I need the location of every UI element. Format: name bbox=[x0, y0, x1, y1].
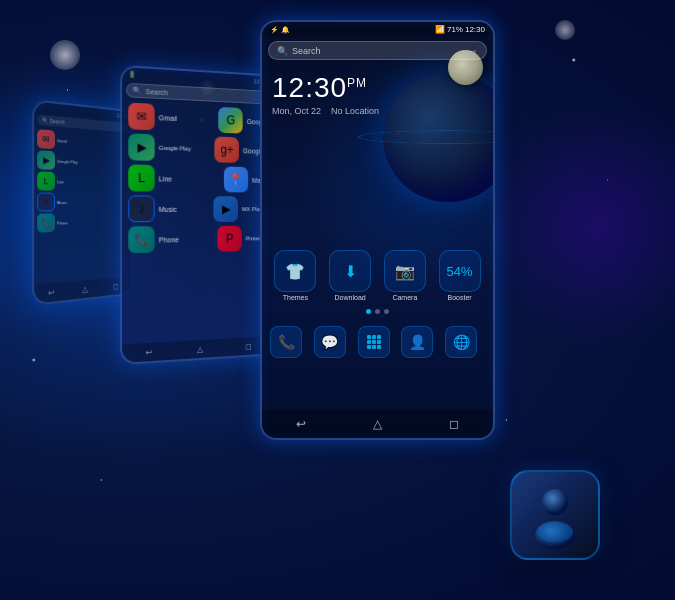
back-icon-mid[interactable]: ↩ bbox=[145, 347, 152, 357]
recent-icon-mid[interactable]: ◻ bbox=[246, 341, 252, 350]
list-item[interactable]: 📞 Phone P Pinterest bbox=[128, 226, 267, 254]
app-label-gplay-left: Google Play bbox=[57, 158, 78, 164]
message-icon: 💬 bbox=[321, 334, 338, 350]
phone-main: ⚡ 🔔 📶 71% 12:30 🔍 Search → 12:30PM bbox=[260, 20, 495, 440]
app-label-phone-mid: Phone bbox=[159, 236, 179, 243]
svg-point-2 bbox=[537, 522, 573, 542]
dot-3 bbox=[384, 309, 389, 314]
phone-main-nav: ↩ △ ◻ bbox=[262, 410, 493, 438]
phone-main-screen: ⚡ 🔔 📶 71% 12:30 🔍 Search → 12:30PM bbox=[262, 22, 493, 438]
dock-apps[interactable] bbox=[358, 326, 390, 358]
app-icon-themes: 👕 bbox=[274, 250, 316, 292]
browser-icon: 🌐 bbox=[453, 334, 470, 350]
app-icon-google-mid: G bbox=[219, 107, 243, 134]
search-icon-mid: 🔍 bbox=[132, 86, 141, 95]
phone-icon: 📞 bbox=[278, 334, 295, 350]
search-icon-main: 🔍 bbox=[277, 46, 288, 56]
app-icon-music-left: ♪ bbox=[37, 192, 55, 211]
app-label-line-left: Line bbox=[57, 179, 64, 184]
app-item-booster[interactable]: 54% Booster bbox=[434, 250, 485, 301]
app-icon-gplay-mid: ▶ bbox=[128, 133, 154, 160]
app-icon-line-left: L bbox=[37, 171, 55, 190]
app-icon-camera: 📷 bbox=[384, 250, 426, 292]
clock-status: 12:30 bbox=[465, 25, 485, 34]
app-label-phone-left: Phone bbox=[57, 220, 68, 225]
main-apps-area: 👕 Themes ⬇ Download 📷 Cam bbox=[262, 250, 493, 362]
list-item[interactable]: L Line bbox=[37, 171, 128, 191]
status-left-mid: 🔋 bbox=[128, 71, 135, 79]
app-label-gplay-mid: Google Play bbox=[159, 145, 191, 152]
back-icon-main[interactable]: ↩ bbox=[296, 417, 306, 431]
app-label-music-mid: Music bbox=[159, 205, 177, 212]
list-item[interactable]: ✉ Gmail G Google bbox=[128, 103, 267, 135]
notification-icon: 🔔 bbox=[281, 26, 290, 34]
phone-middle: 🔋 12:30 🔍 Search ✉ Gmail G Google ▶ Goog… bbox=[120, 65, 275, 365]
phone-mid-nav: ↩ △ ◻ bbox=[122, 336, 273, 363]
app-icon-gplus-mid: g+ bbox=[215, 137, 240, 163]
app-label-gmail-left: Gmail bbox=[57, 137, 67, 143]
list-item[interactable]: L Line 📍 Maps bbox=[128, 164, 267, 192]
home-icon-left[interactable]: △ bbox=[82, 284, 87, 294]
app-icon-gplay-left: ▶ bbox=[37, 150, 55, 170]
search-arrow-main[interactable]: → bbox=[468, 45, 478, 56]
phone-left-nav: ↩ △ ◻ bbox=[34, 276, 130, 304]
list-item[interactable]: ▶ Google Play g+ Google+ bbox=[128, 133, 267, 163]
app-label-camera: Camera bbox=[392, 294, 417, 301]
recent-icon-main[interactable]: ◻ bbox=[449, 417, 459, 431]
app-label-music-left: Music bbox=[57, 199, 67, 204]
list-item[interactable]: ♪ Music ▶ MX Player bbox=[128, 195, 267, 222]
page-dots bbox=[262, 305, 493, 318]
app-icon-pinterest-mid: P bbox=[218, 226, 242, 252]
clock-display: 12:30PM bbox=[272, 72, 483, 104]
svg-point-0 bbox=[542, 489, 568, 515]
list-item[interactable]: ♪ Music bbox=[37, 192, 128, 211]
phone-middle-screen: 🔋 12:30 🔍 Search ✉ Gmail G Google ▶ Goog… bbox=[122, 67, 273, 363]
app-row-1: 👕 Themes ⬇ Download 📷 Cam bbox=[262, 250, 493, 301]
app-icon-phone-mid: 📞 bbox=[128, 226, 154, 253]
list-item[interactable]: ✉ Gmail bbox=[37, 129, 128, 153]
dock-browser[interactable]: 🌐 bbox=[445, 326, 477, 358]
phones-container: 12:30 🔍 Search ✉ Gmail ▶ Google Play L L… bbox=[20, 10, 660, 590]
search-icon-left: 🔍 bbox=[42, 117, 48, 124]
app-item-camera[interactable]: 📷 Camera bbox=[380, 250, 431, 301]
app-icon-booster: 54% bbox=[439, 250, 481, 292]
list-item[interactable]: ▶ Google Play bbox=[37, 150, 128, 172]
home-icon-main[interactable]: △ bbox=[373, 417, 382, 431]
dot-1 bbox=[366, 309, 371, 314]
contacts-icon: 👤 bbox=[409, 334, 426, 350]
app-label-themes: Themes bbox=[283, 294, 308, 301]
battery-text: 71% bbox=[447, 25, 463, 34]
recent-icon-left[interactable]: ◻ bbox=[113, 281, 119, 290]
dot-2 bbox=[375, 309, 380, 314]
phone-left-apps: ✉ Gmail ▶ Google Play L Line ♪ Music 📞 bbox=[34, 127, 130, 237]
app-item-download[interactable]: ⬇ Download bbox=[325, 250, 376, 301]
app-icon-phone-left: 📞 bbox=[37, 213, 55, 232]
app-icon-download: ⬇ bbox=[329, 250, 371, 292]
contact-svg bbox=[525, 480, 585, 550]
dock: 📞 💬 👤 bbox=[262, 322, 493, 362]
phone-left-screen: 12:30 🔍 Search ✉ Gmail ▶ Google Play L L… bbox=[34, 101, 130, 303]
app-icon-mx-mid: ▶ bbox=[214, 196, 239, 222]
list-item[interactable]: 📞 Phone bbox=[37, 212, 128, 232]
themes-icon: 👕 bbox=[285, 262, 305, 281]
app-label-gmail-mid: Gmail bbox=[159, 114, 177, 122]
app-label-line-mid: Line bbox=[159, 175, 172, 182]
contact-float-icon[interactable] bbox=[510, 470, 600, 560]
dock-message[interactable]: 💬 bbox=[314, 326, 346, 358]
usb-icon: ⚡ bbox=[270, 26, 279, 34]
time-widget: 12:30PM Mon, Oct 22 No Location bbox=[262, 64, 493, 120]
phone-left: 12:30 🔍 Search ✉ Gmail ▶ Google Play L L… bbox=[32, 99, 132, 306]
status-left-main: ⚡ 🔔 bbox=[270, 26, 290, 34]
app-label-download: Download bbox=[335, 294, 366, 301]
app-item-themes[interactable]: 👕 Themes bbox=[270, 250, 321, 301]
back-icon-left[interactable]: ↩ bbox=[48, 287, 55, 297]
dock-contacts[interactable]: 👤 bbox=[401, 326, 433, 358]
date-display: Mon, Oct 22 No Location bbox=[272, 106, 483, 116]
status-right-main: 📶 71% 12:30 bbox=[435, 25, 485, 34]
app-icon-line-mid: L bbox=[128, 164, 154, 191]
search-bar-main[interactable]: 🔍 Search → bbox=[268, 41, 487, 60]
camera-icon: 📷 bbox=[395, 262, 415, 281]
phone-mid-apps: ✉ Gmail G Google ▶ Google Play g+ Google… bbox=[122, 99, 273, 260]
home-icon-mid[interactable]: △ bbox=[197, 344, 203, 353]
dock-phone[interactable]: 📞 bbox=[270, 326, 302, 358]
